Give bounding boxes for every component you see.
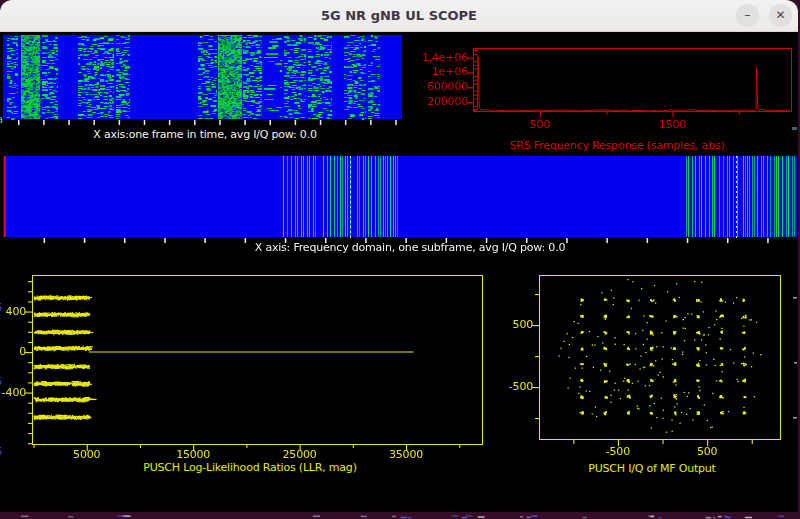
constellation-y-tick-label: -500 bbox=[495, 380, 533, 393]
time-waterfall-label: X axis:one frame in time, avg I/Q pow: 0… bbox=[60, 128, 350, 141]
constellation-y-tick-label: 500 bbox=[495, 318, 533, 331]
constellation-x-tick-label: -500 bbox=[592, 445, 644, 458]
srs-y-tick-label: 1e+06 bbox=[416, 65, 468, 78]
minimize-icon: – bbox=[745, 8, 751, 22]
window-titlebar[interactable]: 5G NR gNB UL SCOPE – ✕ bbox=[0, 0, 798, 32]
srs-frequency-response-plot bbox=[420, 44, 797, 129]
frequency-domain-label: X axis: Frequency domain, one subframe, … bbox=[210, 241, 610, 254]
time-waterfall-plot bbox=[3, 35, 402, 125]
clipped-glyph-left-3: 5 bbox=[0, 446, 2, 457]
window-title: 5G NR gNB UL SCOPE bbox=[0, 0, 798, 31]
llr-y-tick-label: 400 bbox=[0, 305, 26, 318]
srs-x-tick-label: 1500 bbox=[647, 118, 699, 131]
llr-x-tick-label: 35000 bbox=[380, 448, 432, 461]
close-button[interactable]: ✕ bbox=[769, 4, 792, 27]
close-icon: ✕ bbox=[775, 8, 785, 22]
frequency-domain-plot bbox=[3, 156, 797, 244]
llr-x-tick-label: 25000 bbox=[274, 448, 326, 461]
llr-x-tick-label: 15000 bbox=[167, 448, 219, 461]
constellation-x-tick-label: 500 bbox=[681, 445, 733, 458]
pusch-llr-title: PUSCH Log-Likelihood Ratios (LLR, mag) bbox=[100, 461, 400, 474]
llr-x-tick-label: 5000 bbox=[61, 448, 113, 461]
clipped-glyph-left-top: a bbox=[0, 114, 3, 125]
clipped-glyph-left-1: 5 bbox=[0, 302, 2, 313]
srs-x-tick-label: 500 bbox=[514, 118, 566, 131]
clipped-glyph-right: ≡ bbox=[791, 124, 798, 133]
srs-y-tick-label: 200000 bbox=[416, 95, 468, 108]
desktop-strip bbox=[0, 512, 800, 519]
llr-y-tick-label: -400 bbox=[0, 386, 26, 399]
clipped-glyph-left-2: 5 bbox=[0, 376, 2, 387]
minimize-button[interactable]: – bbox=[736, 4, 759, 27]
pusch-iq-title: PUSCH I/Q of MF Output bbox=[502, 462, 798, 475]
scope-window: 5G NR gNB UL SCOPE – ✕ X axis:one frame … bbox=[0, 0, 798, 513]
srs-y-tick-label: 1.4e+06 bbox=[416, 51, 468, 64]
llr-y-tick-label: 0 bbox=[0, 345, 26, 358]
desktop-background: 5G NR gNB UL SCOPE – ✕ X axis:one frame … bbox=[0, 0, 800, 519]
pusch-iq-constellation-plot bbox=[530, 265, 797, 450]
srs-y-tick-label: 600000 bbox=[416, 80, 468, 93]
srs-plot-title: SRS Frequency Response (samples, abs) bbox=[467, 139, 767, 152]
pusch-llr-plot bbox=[0, 265, 500, 455]
